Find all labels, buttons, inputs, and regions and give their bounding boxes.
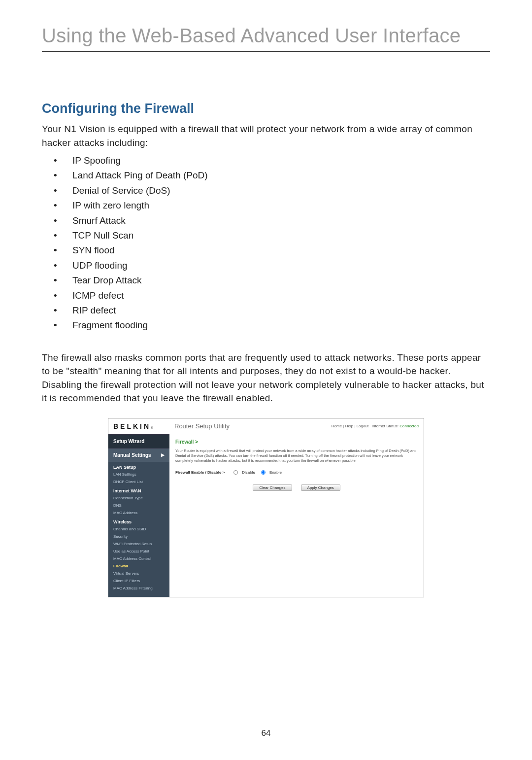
manual-settings-button[interactable]: Manual Settings▶ [108, 448, 169, 462]
sidebar-item-client-ip-filters[interactable]: Client IP Filters [108, 577, 169, 585]
sidebar-cat-wan: Internet WAN [108, 485, 169, 494]
sidebar-item-use-as-ap[interactable]: Use as Access Point [108, 548, 169, 555]
firewall-enable-radio[interactable] [261, 470, 266, 475]
sidebar-item-dhcp-client-list[interactable]: DHCP Client List [108, 478, 169, 485]
manual-page: Using the Web-Based Advanced User Interf… [0, 0, 532, 760]
sidebar-item-wps[interactable]: Wi-Fi Protected Setup [108, 540, 169, 548]
sidebar-item-security[interactable]: Security [108, 533, 169, 540]
intro-paragraph: Your N1 Vision is equipped with a firewa… [42, 122, 490, 149]
sidebar-item-mac-address[interactable]: MAC Address [108, 509, 169, 517]
help-link[interactable]: Help [345, 424, 353, 428]
sidebar: Setup Wizard Manual Settings▶ LAN Setup … [108, 434, 169, 597]
list-item: UDP flooding [42, 258, 490, 273]
list-item: RIP defect [42, 303, 490, 318]
page-title: Using the Web-Based Advanced User Interf… [42, 25, 490, 52]
firewall-toggle-row: Firewall Enable / Disable > Disable Enab… [175, 470, 418, 475]
list-item: IP Spoofing [42, 153, 490, 168]
list-item: Fragment flooding [42, 318, 490, 333]
router-ui-screenshot: BELKIN® Router Setup Utility Home | Help… [108, 418, 424, 597]
list-item: IP with zero length [42, 198, 490, 213]
list-item: SYN flood [42, 243, 490, 258]
setup-wizard-button[interactable]: Setup Wizard [108, 434, 169, 448]
list-item: ICMP defect [42, 288, 490, 303]
list-item: Tear Drop Attack [42, 273, 490, 288]
list-item: Denial of Service (DoS) [42, 183, 490, 198]
paragraph-2: The firewall also masks common ports tha… [42, 351, 490, 405]
top-links: Home | Help | Logout Internet Status: Co… [332, 424, 419, 428]
list-item: TCP Null Scan [42, 228, 490, 243]
enable-label: Enable [269, 470, 282, 475]
clear-changes-button[interactable]: Clear Changes [253, 484, 292, 491]
sidebar-item-virtual-servers[interactable]: Virtual Servers [108, 570, 169, 577]
button-row: Clear Changes Apply Changes [175, 484, 418, 491]
status-label: Internet Status: [372, 424, 399, 428]
sidebar-item-connection-type[interactable]: Connection Type [108, 494, 169, 502]
list-item: Smurf Attack [42, 213, 490, 228]
section-title: Configuring the Firewall [42, 101, 490, 116]
firewall-toggle-label: Firewall Enable / Disable > [175, 470, 225, 475]
disable-label: Disable [242, 470, 255, 475]
firewall-description: Your Router is equipped with a firewall … [175, 449, 418, 463]
firewall-disable-radio[interactable] [233, 470, 238, 475]
sidebar-item-firewall[interactable]: Firewall [108, 562, 169, 570]
apply-changes-button[interactable]: Apply Changes [301, 484, 340, 491]
logout-link[interactable]: Logout [357, 424, 368, 428]
breadcrumb: Firewall > [175, 439, 418, 445]
brand-text: BELKIN [113, 422, 151, 430]
utility-title: Router Setup Utility [174, 422, 230, 430]
sidebar-cat-lan: LAN Setup [108, 462, 169, 471]
sidebar-item-mac-filtering[interactable]: MAC Address Filtering [108, 585, 169, 592]
sidebar-item-mac-control[interactable]: MAC Address Control [108, 555, 169, 562]
sidebar-item-channel-ssid[interactable]: Channel and SSID [108, 525, 169, 533]
home-link[interactable]: Home [332, 424, 342, 428]
sidebar-cat-wireless: Wireless [108, 517, 169, 525]
content-panel: Firewall > Your Router is equipped with … [169, 434, 424, 597]
attack-list: IP Spoofing Land Attack Ping of Death (P… [42, 153, 490, 333]
sidebar-item-dns[interactable]: DNS [108, 502, 169, 509]
status-value: Connected [399, 424, 419, 428]
sidebar-item-lan-settings[interactable]: LAN Settings [108, 471, 169, 478]
page-number: 64 [0, 728, 532, 738]
chevron-right-icon: ▶ [161, 452, 165, 457]
brand-suffix: ® [151, 426, 153, 429]
brand-logo: BELKIN® [113, 422, 169, 430]
list-item: Land Attack Ping of Death (PoD) [42, 168, 490, 183]
router-header: BELKIN® Router Setup Utility Home | Help… [108, 418, 424, 434]
